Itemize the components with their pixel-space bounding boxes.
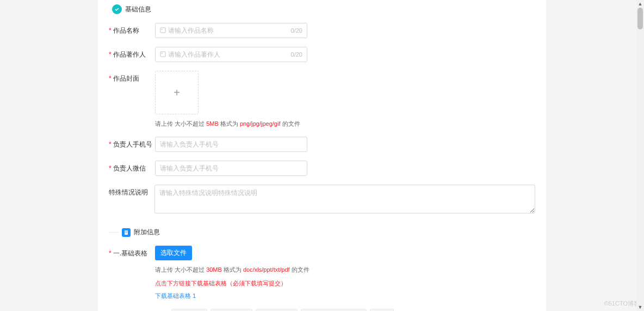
special-textarea[interactable] xyxy=(159,188,530,208)
label-original: 二.是否有非原创元素 xyxy=(109,309,171,311)
plus-icon: + xyxy=(174,87,180,99)
tag-original-4[interactable]: 其他 xyxy=(370,309,394,311)
scroll-thumb[interactable] xyxy=(637,8,643,29)
row-name: *作品名称 0/20 xyxy=(109,19,535,42)
scroll-down-icon[interactable]: ▼ xyxy=(636,303,644,311)
row-cover: *作品封面 + 请上传 大小不超过 5MB 格式为 png/jpg/jpeg/g… xyxy=(109,66,535,132)
input-wrap-wechat xyxy=(155,161,307,176)
wechat-input[interactable] xyxy=(160,164,302,172)
original-tag-group: 全为原创 字体非原创 图片非原创 字体、图片都非原创 其他 xyxy=(171,309,535,311)
input-wrap-name: 0/20 xyxy=(155,23,307,38)
baseform-red-note: 点击下方链接下载基础表格（必须下载填写提交） xyxy=(155,279,535,288)
cover-upload[interactable]: + xyxy=(155,71,199,114)
document-icon xyxy=(122,228,131,237)
label-author: *作品著作人 xyxy=(109,47,155,59)
row-baseform: *一.基础表格 选取文件 请上传 大小不超过 30MB 格式为 doc/xls/… xyxy=(109,241,535,304)
vertical-scrollbar[interactable]: ▲ ▼ xyxy=(636,0,644,311)
label-special: 特殊情况说明 xyxy=(109,185,154,197)
cover-hint: 请上传 大小不超过 5MB 格式为 png/jpg/jpeg/gif 的文件 xyxy=(155,120,535,128)
section-title-basic: 基础信息 xyxy=(125,5,151,14)
label-wechat: *负责人微信 xyxy=(109,161,155,173)
label-cover: *作品封面 xyxy=(109,71,155,83)
tag-original-0[interactable]: 全为原创 xyxy=(171,309,207,311)
row-original: 二.是否有非原创元素 全为原创 字体非原创 图片非原创 字体、图片都非原创 其他 xyxy=(109,304,535,311)
tag-icon xyxy=(160,27,166,34)
tag-original-3[interactable]: 字体、图片都非原创 xyxy=(301,309,367,311)
section-header-attach: 附加信息 xyxy=(109,223,535,241)
label-baseform: *一.基础表格 xyxy=(109,246,155,258)
author-count: 0/20 xyxy=(291,51,302,58)
name-count: 0/20 xyxy=(291,27,302,34)
phone-input[interactable] xyxy=(160,141,302,148)
input-wrap-phone xyxy=(155,137,307,152)
watermark: ©51CTO博客 xyxy=(604,300,640,308)
svg-point-1 xyxy=(162,28,163,29)
label-phone: *负责人手机号 xyxy=(109,137,155,149)
section-title-attach: 附加信息 xyxy=(134,228,160,237)
row-author: *作品著作人 0/20 xyxy=(109,42,535,66)
row-phone: *负责人手机号 xyxy=(109,132,535,156)
download-baseform-link[interactable]: 下载基础表格 1 xyxy=(155,292,196,300)
tag-original-2[interactable]: 图片非原创 xyxy=(256,309,298,311)
author-input[interactable] xyxy=(168,51,291,58)
svg-rect-2 xyxy=(160,51,165,56)
section-header-basic: 基础信息 xyxy=(109,0,535,19)
tag-icon xyxy=(160,51,166,58)
name-input[interactable] xyxy=(168,27,291,34)
textarea-wrap-special xyxy=(154,185,535,214)
row-wechat: *负责人微信 xyxy=(109,156,535,180)
scroll-up-icon[interactable]: ▲ xyxy=(636,0,644,8)
divider-line xyxy=(109,232,119,233)
check-icon xyxy=(112,4,122,14)
input-wrap-author: 0/20 xyxy=(155,47,307,62)
svg-point-3 xyxy=(162,52,163,53)
label-name: *作品名称 xyxy=(109,23,155,35)
baseform-hint: 请上传 大小不超过 30MB 格式为 doc/xls/ppt/txt/pdf 的… xyxy=(155,266,535,274)
row-special: 特殊情况说明 xyxy=(109,180,535,218)
select-file-button[interactable]: 选取文件 xyxy=(155,246,192,260)
svg-rect-0 xyxy=(160,27,165,32)
tag-original-1[interactable]: 字体非原创 xyxy=(210,309,252,311)
